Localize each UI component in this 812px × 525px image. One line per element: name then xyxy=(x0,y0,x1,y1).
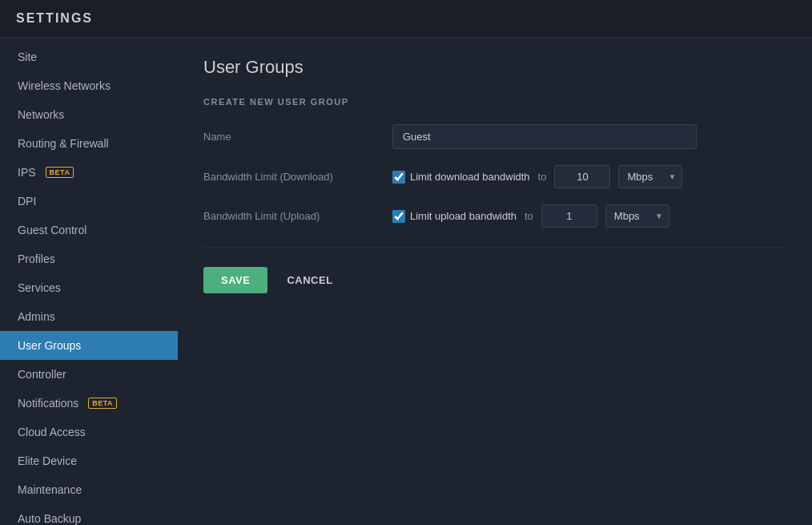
sidebar-item-label-guest-control: Guest Control xyxy=(18,224,86,236)
sidebar-item-elite-device[interactable]: Elite Device xyxy=(0,446,178,475)
section-title: CREATE NEW USER GROUP xyxy=(203,97,786,107)
form-divider xyxy=(203,247,786,248)
upload-controls: Limit upload bandwidth to Mbps Kbps ▼ xyxy=(392,204,669,228)
upload-checkbox[interactable] xyxy=(392,210,405,223)
sidebar-item-label-auto-backup: Auto Backup xyxy=(18,512,81,525)
download-label: Bandwidth Limit (Download) xyxy=(203,171,380,183)
name-row: Name xyxy=(203,124,786,149)
sidebar-item-label-user-groups: User Groups xyxy=(18,339,81,352)
sidebar-item-auto-backup[interactable]: Auto Backup xyxy=(0,504,178,525)
sidebar-item-label-profiles: Profiles xyxy=(18,252,55,265)
main-content: User Groups CREATE NEW USER GROUP Name B… xyxy=(178,38,812,525)
app-header: SETTINGS xyxy=(0,0,812,38)
sidebar: SiteWireless NetworksNetworksRouting & F… xyxy=(0,38,178,525)
sidebar-item-label-admins: Admins xyxy=(18,310,55,323)
name-label: Name xyxy=(203,131,380,143)
download-checkbox[interactable] xyxy=(392,171,405,184)
save-button[interactable]: SAVE xyxy=(203,267,267,293)
sidebar-item-ips[interactable]: IPSBETA xyxy=(0,158,178,187)
sidebar-item-label-cloud-access: Cloud Access xyxy=(18,426,86,438)
sidebar-item-site[interactable]: Site xyxy=(0,42,178,71)
main-layout: SiteWireless NetworksNetworksRouting & F… xyxy=(0,38,812,525)
sidebar-item-routing-firewall[interactable]: Routing & Firewall xyxy=(0,129,178,158)
upload-row: Bandwidth Limit (Upload) Limit upload ba… xyxy=(203,204,786,228)
sidebar-item-label-wireless-networks: Wireless Networks xyxy=(18,79,111,92)
sidebar-item-label-notifications: Notifications xyxy=(18,397,78,410)
sidebar-item-label-controller: Controller xyxy=(18,368,66,381)
upload-unit-select-wrapper: Mbps Kbps ▼ xyxy=(605,204,669,228)
button-row: SAVE CANCEL xyxy=(203,267,786,293)
sidebar-item-label-site: Site xyxy=(18,50,37,63)
cancel-button[interactable]: CANCEL xyxy=(277,267,342,293)
sidebar-item-wireless-networks[interactable]: Wireless Networks xyxy=(0,71,178,100)
download-checkbox-wrapper: Limit download bandwidth xyxy=(392,171,530,184)
upload-checkbox-label: Limit upload bandwidth xyxy=(410,210,517,222)
upload-unit-select[interactable]: Mbps Kbps xyxy=(605,204,669,228)
sidebar-item-profiles[interactable]: Profiles xyxy=(0,244,178,273)
download-row: Bandwidth Limit (Download) Limit downloa… xyxy=(203,165,786,188)
sidebar-item-admins[interactable]: Admins xyxy=(0,302,178,331)
beta-badge-ips: BETA xyxy=(46,167,74,178)
sidebar-item-label-elite-device: Elite Device xyxy=(18,454,77,467)
download-checkbox-label: Limit download bandwidth xyxy=(410,171,530,183)
page-title: User Groups xyxy=(203,57,786,78)
upload-to-label: to xyxy=(525,210,533,222)
download-to-label: to xyxy=(538,171,547,183)
app-title: SETTINGS xyxy=(16,11,93,25)
upload-checkbox-wrapper: Limit upload bandwidth xyxy=(392,210,517,223)
sidebar-item-label-networks: Networks xyxy=(18,108,64,121)
sidebar-item-networks[interactable]: Networks xyxy=(0,100,178,129)
sidebar-item-notifications[interactable]: NotificationsBETA xyxy=(0,389,178,418)
sidebar-item-dpi[interactable]: DPI xyxy=(0,187,178,216)
sidebar-item-services[interactable]: Services xyxy=(0,273,178,302)
upload-label: Bandwidth Limit (Upload) xyxy=(203,210,380,222)
sidebar-item-controller[interactable]: Controller xyxy=(0,360,178,389)
upload-value-input[interactable] xyxy=(541,204,597,228)
sidebar-item-label-routing-firewall: Routing & Firewall xyxy=(18,137,109,150)
sidebar-item-label-maintenance: Maintenance xyxy=(18,483,82,496)
name-input[interactable] xyxy=(392,124,697,149)
download-value-input[interactable] xyxy=(554,165,610,188)
sidebar-item-label-ips: IPS xyxy=(18,166,36,179)
download-controls: Limit download bandwidth to Mbps Kbps ▼ xyxy=(392,165,682,188)
name-field-wrapper xyxy=(392,124,697,149)
download-unit-select-wrapper: Mbps Kbps ▼ xyxy=(618,165,682,188)
sidebar-item-label-dpi: DPI xyxy=(18,195,36,208)
sidebar-item-label-services: Services xyxy=(18,281,61,294)
sidebar-item-guest-control[interactable]: Guest Control xyxy=(0,216,178,244)
beta-badge-notifications: BETA xyxy=(88,398,117,409)
sidebar-item-user-groups[interactable]: User Groups xyxy=(0,331,178,360)
sidebar-item-maintenance[interactable]: Maintenance xyxy=(0,475,178,504)
sidebar-item-cloud-access[interactable]: Cloud Access xyxy=(0,418,178,446)
download-unit-select[interactable]: Mbps Kbps xyxy=(618,165,682,188)
